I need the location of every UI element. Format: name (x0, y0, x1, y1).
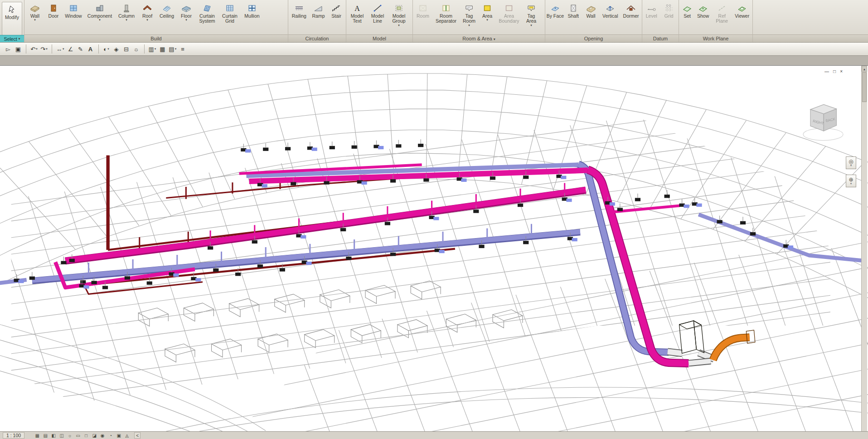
toolbar-section-button[interactable]: ⊟ (122, 44, 131, 54)
vertical-scrollbar[interactable]: ▲ (861, 66, 867, 431)
ribbon-button-opening-shaft[interactable]: Shaft (565, 1, 582, 34)
ribbon-button-ceiling[interactable]: Ceiling (157, 1, 177, 34)
view-restore-button[interactable]: □ (833, 69, 836, 74)
workset-grid-icon[interactable]: ▦ (34, 432, 41, 439)
crop-region-visibility-icon[interactable]: □ (82, 432, 90, 439)
dormer-icon (626, 3, 636, 14)
model-3d-view[interactable]: RIGHT BACK (0, 66, 868, 431)
ribbon-button-column[interactable]: Column ▾ (115, 1, 138, 34)
scrollbar-thumb[interactable] (862, 72, 867, 102)
grid-icon (664, 3, 674, 14)
select-dropdown[interactable]: Select▾ (0, 35, 24, 42)
panel-label-build: Build (24, 34, 288, 42)
reveal-hidden-elements-icon[interactable]: ◉ (99, 432, 106, 439)
ribbon-button-model-line[interactable]: Model Line (368, 1, 388, 34)
scroll-up-button[interactable]: ▲ (862, 66, 867, 72)
ribbon-button-model-text[interactable]: A Model Text (347, 1, 367, 34)
toolbar-save-button[interactable]: ▣ (14, 44, 23, 54)
mep-duct-systems[interactable] (0, 156, 867, 363)
ribbon-button-component[interactable]: Component ▾ (85, 1, 115, 34)
toolbar-sketch-button[interactable]: ✎ (76, 44, 85, 54)
shadows-icon[interactable]: ☼ (66, 432, 73, 439)
ribbon-button-room: Room (414, 1, 432, 34)
analytical-model-icon[interactable]: ◬ (123, 432, 131, 439)
room-icon (417, 3, 428, 14)
dropdown-caret: ▾ (146, 19, 148, 21)
lock-3d-view-icon[interactable]: ▣ (115, 432, 122, 439)
panel-label-work-plane: Work Plane (679, 34, 752, 42)
ribbon-button-room-separator[interactable]: Room Separator (432, 1, 460, 34)
panel-label-opening: Opening (545, 34, 642, 42)
ribbon-button-door[interactable]: Door (45, 1, 62, 34)
collapse-button[interactable]: < (134, 432, 141, 439)
magenta-main-duct[interactable] (65, 190, 586, 260)
panel-label-datum: Datum (642, 34, 679, 42)
steering-wheel-button[interactable]: ◎▾ (846, 156, 856, 169)
crop-view-icon[interactable]: ▭ (74, 432, 82, 439)
toolbar-worksets-button[interactable]: ▦ (158, 44, 167, 54)
ribbon-button-area[interactable]: Area ▾ (479, 1, 496, 34)
ribbon-button-viewer[interactable]: Viewer (732, 1, 752, 34)
modify-button[interactable]: Modify (2, 2, 22, 35)
view-scale[interactable]: 1 : 100 (3, 432, 24, 439)
ribbon-button-curtain-system[interactable]: Curtain System (196, 1, 218, 34)
toolbar-text-button[interactable]: A (86, 44, 95, 54)
rendering-dialog-icon[interactable]: ◔ (107, 432, 114, 439)
panel-label-room-area[interactable]: Room & Area ▾ (413, 34, 545, 42)
temporary-hide-isolate-icon[interactable]: ◪ (91, 432, 98, 439)
ribbon-button-curtain-grid[interactable]: Curtain Grid (219, 1, 241, 34)
ribbon-button-window[interactable]: Window (63, 1, 84, 34)
toolbar-view-menu-button[interactable]: ▤▾ (168, 44, 177, 54)
ribbon-button-workplane-set[interactable]: Set (680, 1, 694, 34)
toolbar-design-options-button[interactable]: ▥▾ (148, 44, 157, 54)
ribbon-button-opening-dormer[interactable]: Dormer (621, 1, 641, 34)
ribbon-button-floor[interactable]: Floor ▾ (177, 1, 195, 34)
ribbon-button-wall[interactable]: Wall ▾ (25, 1, 44, 34)
tag-area-icon (526, 3, 537, 14)
toolbar-modify-arrow-button[interactable]: ▻ (4, 44, 13, 54)
toolbar-undo-button[interactable]: ↶▾ (29, 44, 39, 54)
ribbon-button-tag-area[interactable]: Tag Area ▾ (522, 1, 540, 34)
view-minimize-button[interactable]: — (824, 69, 829, 74)
drawing-area[interactable]: RIGHT BACK — □ × ◎▾ ⊕▾ ▲ (0, 65, 868, 431)
ribbon-button-mullion[interactable]: Mullion (241, 1, 263, 34)
component-icon (94, 3, 105, 14)
ribbon-button-workplane-show[interactable]: Show (695, 1, 711, 34)
toolbar-sun-button[interactable]: ☼ (132, 44, 141, 54)
wall-icon (29, 3, 40, 14)
ribbon-button-roof[interactable]: Roof ▾ (138, 1, 156, 34)
ribbon-filler (753, 0, 868, 42)
ribbon-button-railing[interactable]: Railing (289, 1, 309, 34)
ribbon-button-stair[interactable]: Stair (328, 1, 345, 34)
toolbar-separator (26, 44, 26, 54)
toolbar-thin-lines-button[interactable]: ≡ (178, 44, 187, 54)
ribbon-button-model-group[interactable]: Model Group ▾ (388, 1, 410, 34)
window-icon (68, 3, 79, 14)
svg-text:A: A (354, 5, 360, 12)
viewcube[interactable]: RIGHT BACK (803, 104, 843, 140)
detail-level-icon[interactable]: ▤ (42, 432, 49, 439)
toolbar-redo-button[interactable]: ↷▾ (39, 44, 48, 54)
ribbon-button-opening-vertical[interactable]: Vertical (600, 1, 621, 34)
ribbon-button-opening-wall[interactable]: Wall (582, 1, 600, 34)
dropdown-caret: ▾ (185, 19, 187, 21)
mullion-icon (247, 3, 257, 14)
by-face-icon (550, 3, 561, 14)
toolbar-measure-button[interactable]: ∠ (66, 44, 75, 54)
ribbon-button-ramp[interactable]: Ramp (310, 1, 328, 34)
toolbar-dimension-button[interactable]: ↔▾ (55, 44, 65, 54)
ribbon-panel-opening: By Face Shaft Wall Vertical Dormer Openi… (545, 0, 642, 42)
toolbar-3d-view-button[interactable]: ◈ (112, 44, 121, 54)
ribbon-button-opening-by-face[interactable]: By Face (546, 1, 564, 34)
graphics-style-icon[interactable]: ◧ (50, 432, 57, 439)
ref-plane-icon (717, 3, 727, 14)
ribbon-button-tag-room[interactable]: Tag Room ▾ (460, 1, 478, 34)
ribbon-button-grid: Grid (660, 1, 678, 34)
ahu-equipment-box[interactable] (679, 321, 702, 329)
view-close-button[interactable]: × (840, 69, 843, 74)
dropdown-caret: ▾ (850, 182, 852, 185)
toolbar-render-button[interactable]: ◐▾ (102, 44, 111, 54)
zoom-button[interactable]: ⊕▾ (846, 175, 856, 187)
model-display-icon[interactable]: ◫ (58, 432, 65, 439)
dropdown-caret: ▾ (530, 24, 532, 27)
